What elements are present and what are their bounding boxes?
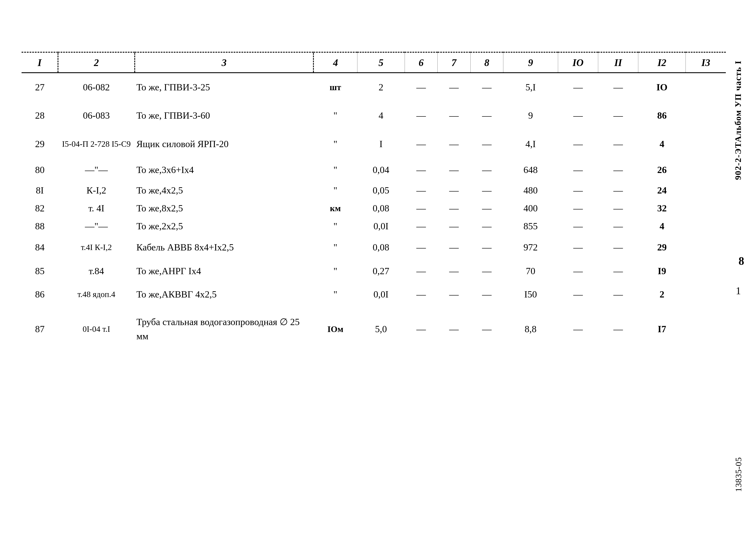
cell-row81-col6: — [405,182,437,199]
cell-row87-col4: IOм [313,306,357,352]
cell-row81-col13 [686,182,726,199]
cell-row27-col3: То же, ГПВИ-3-25 [135,73,313,101]
cell-row87-col10: — [558,306,598,352]
col-header-10: IO [558,53,598,73]
cell-row82-col12: 32 [638,199,686,217]
cell-row87-col7: — [438,306,471,352]
cell-row27-col2: 06-082 [58,73,135,101]
cell-row29-col13 [686,130,726,158]
cell-row27-col13 [686,73,726,101]
cell-row27-col7: — [438,73,471,101]
cell-row80-col8: — [471,158,503,182]
cell-row85-col8: — [471,260,503,283]
cell-row86-col12: 2 [638,283,686,306]
cell-row85-col13 [686,260,726,283]
col-header-5: 5 [357,53,405,73]
cell-row85-col9: 70 [503,260,558,283]
cell-row82-col7: — [438,199,471,217]
table-container: I 2 3 4 5 6 7 8 9 IO II I2 I3 [21,52,726,509]
cell-row27-col8: — [471,73,503,101]
cell-row27-col6: — [405,73,437,101]
cell-row28-col13 [686,101,726,130]
cell-row88-col7: — [438,217,471,235]
col-header-9: 9 [503,53,558,73]
cell-row27-col12: IO [638,73,686,101]
col-header-2: 2 [58,53,135,73]
cell-row28-col9: 9 [503,101,558,130]
col-header-6: 6 [405,53,437,73]
cell-row80-col10: — [558,158,598,182]
col-header-1: I [21,53,58,73]
cell-row85-col4: " [313,260,357,283]
cell-row27-col1: 27 [21,73,58,101]
cell-row28-col2: 06-083 [58,101,135,130]
cell-row29-col5: I [357,130,405,158]
cell-row82-col3: То же,8х2,5 [135,199,313,217]
cell-row80-col13 [686,158,726,182]
cell-row84-col4: " [313,235,357,260]
right-label-top: 902-2-ЭТАльбом УП часть I [733,60,749,180]
cell-row82-col2: т. 4I [58,199,135,217]
cell-row84-col8: — [471,235,503,260]
cell-row86-col10: — [558,283,598,306]
col-header-4: 4 [313,53,357,73]
cell-row84-col5: 0,08 [357,235,405,260]
cell-row29-col3: Ящик силовой ЯРП-20 [135,130,313,158]
cell-row86-col2: т.48 ядоп.4 [58,283,135,306]
table-row: 28 06-083 То же, ГПВИ-3-60 " 4 — — — 9 —… [21,101,726,130]
cell-row86-col11: — [598,283,638,306]
cell-row88-col3: То же,2х2,5 [135,217,313,235]
page: 902-2-ЭТАльбом УП часть I 8 1 13835-05 [0,0,756,535]
cell-row80-col2: —"— [58,158,135,182]
cell-row81-col4: " [313,182,357,199]
cell-row82-col8: — [471,199,503,217]
table-row: 86 т.48 ядоп.4 То же,АКВВГ 4х2,5 " 0,0I … [21,283,726,306]
cell-row82-col6: — [405,199,437,217]
cell-row87-col5: 5,0 [357,306,405,352]
cell-row87-col9: 8,8 [503,306,558,352]
col-header-11: II [598,53,638,73]
cell-row29-col9: 4,I [503,130,558,158]
cell-row82-col9: 400 [503,199,558,217]
cell-row86-col3: То же,АКВВГ 4х2,5 [135,283,313,306]
cell-row85-col6: — [405,260,437,283]
cell-row88-col13 [686,217,726,235]
cell-row88-col5: 0,0I [357,217,405,235]
cell-row86-col13 [686,283,726,306]
cell-row84-col11: — [598,235,638,260]
cell-row88-col4: " [313,217,357,235]
cell-row29-col6: — [405,130,437,158]
side-marker-1: 1 [736,285,741,296]
cell-row86-col9: I50 [503,283,558,306]
cell-row29-col1: 29 [21,130,58,158]
cell-row82-col1: 82 [21,199,58,217]
cell-row80-col12: 26 [638,158,686,182]
cell-row88-col8: — [471,217,503,235]
table-body: 27 06-082 То же, ГПВИ-3-25 шт 2 — — — 5,… [21,73,726,352]
cell-row27-col5: 2 [357,73,405,101]
col-header-3: 3 [135,53,313,73]
cell-row87-col1: 87 [21,306,58,352]
cell-row80-col6: — [405,158,437,182]
cell-row80-col5: 0,04 [357,158,405,182]
cell-row29-col2: I5-04-П 2-728 I5-C9 [58,130,135,158]
cell-row84-col10: — [558,235,598,260]
cell-row28-col12: 86 [638,101,686,130]
cell-row84-col9: 972 [503,235,558,260]
cell-row86-col8: — [471,283,503,306]
cell-row85-col11: — [598,260,638,283]
cell-row86-col7: — [438,283,471,306]
table-row: 27 06-082 То же, ГПВИ-3-25 шт 2 — — — 5,… [21,73,726,101]
cell-row82-col4: км [313,199,357,217]
cell-row81-col5: 0,05 [357,182,405,199]
table-row: 80 —"— То же,3х6+Iх4 " 0,04 — — — 648 — … [21,158,726,182]
cell-row28-col4: " [313,101,357,130]
cell-row27-col9: 5,I [503,73,558,101]
cell-row86-col6: — [405,283,437,306]
cell-row28-col6: — [405,101,437,130]
cell-row81-col9: 480 [503,182,558,199]
cell-row87-col6: — [405,306,437,352]
cell-row81-col7: — [438,182,471,199]
cell-row85-col3: То же,АНРГ Iх4 [135,260,313,283]
cell-row86-col1: 86 [21,283,58,306]
